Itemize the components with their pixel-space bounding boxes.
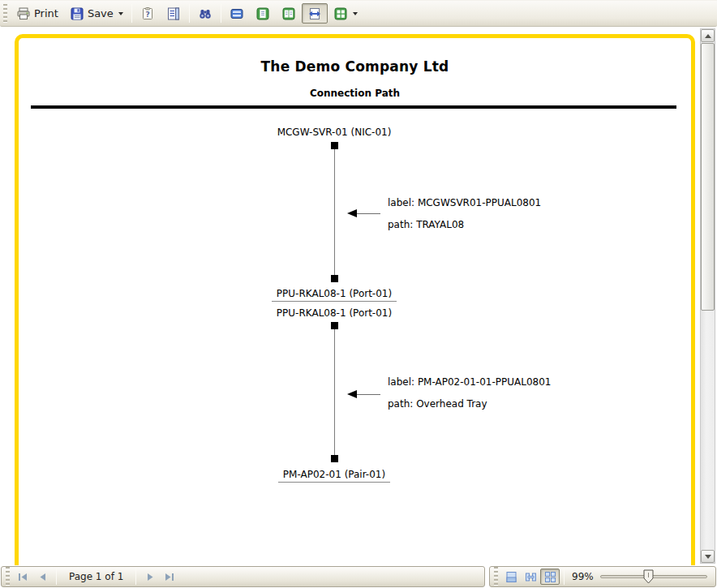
link-label: label: MCGWSVR01-PPUAL0801 — [388, 198, 541, 208]
parameters-button[interactable]: ? — [135, 3, 161, 24]
save-icon — [70, 6, 84, 21]
link-arrow — [347, 209, 380, 217]
page-width-view-icon — [525, 571, 537, 583]
toolbar-separator — [131, 4, 132, 23]
page-width-view-button[interactable] — [521, 569, 540, 585]
find-icon — [198, 6, 213, 21]
first-page-button[interactable] — [13, 569, 32, 585]
two-pages-icon — [281, 6, 296, 21]
node-label: PPU-RKAL08-1 (Port-01) — [213, 288, 456, 299]
link-path: path: Overhead Tray — [388, 399, 487, 410]
next-page-button[interactable] — [140, 569, 160, 585]
toolbar-separator — [189, 4, 190, 23]
node-marker — [331, 275, 338, 282]
arrow-up-icon — [705, 34, 711, 38]
zoom-bar: 99% — [489, 566, 716, 587]
node-marker — [331, 142, 338, 149]
first-page-icon — [18, 573, 28, 582]
connection-line — [334, 329, 335, 455]
last-page-button[interactable] — [160, 569, 179, 585]
double-rule — [31, 105, 676, 109]
toolbar-separator — [221, 4, 221, 23]
last-page-icon — [165, 573, 174, 582]
node-label: PM-AP02-01 (Pair-01) — [213, 469, 456, 480]
link-arrow — [347, 390, 380, 398]
pager-separator — [56, 569, 57, 585]
print-button[interactable]: Print — [11, 3, 64, 24]
many-pages-button[interactable] — [328, 3, 363, 24]
pager-bar: Page 1 of 1 — [1, 566, 485, 587]
zoom-slider-track[interactable] — [600, 575, 707, 578]
one-page-button[interactable] — [250, 3, 276, 24]
link-label: label: PM-AP02-01-01-PPUAL0801 — [388, 377, 551, 388]
toolbar-grip[interactable] — [3, 4, 7, 24]
printer-icon — [16, 6, 31, 21]
parameters-glyph: ? — [145, 11, 149, 19]
one-page-icon — [255, 6, 270, 21]
node-marker — [331, 322, 338, 329]
previous-page-button[interactable] — [32, 569, 52, 585]
page-width-button[interactable] — [302, 3, 328, 24]
arrow-left-icon — [347, 390, 357, 398]
zoom-value: 99% — [569, 571, 600, 582]
node-marker — [331, 455, 338, 462]
many-pages-view-button[interactable] — [540, 569, 560, 585]
document-map-button[interactable] — [161, 3, 187, 24]
two-pages-button[interactable] — [276, 3, 302, 24]
many-pages-dropdown-arrow-icon — [353, 12, 358, 15]
find-button[interactable] — [192, 3, 218, 24]
page-width-icon — [307, 6, 322, 21]
link-path: path: TRAYAL08 — [388, 220, 464, 230]
scroll-up-button[interactable] — [701, 29, 715, 42]
document-map-icon — [166, 6, 181, 21]
next-page-icon — [147, 573, 154, 582]
many-pages-icon — [333, 6, 348, 21]
arrow-left-icon — [347, 209, 357, 217]
report-page: The Demo Company Ltd Connection Path MCG… — [15, 34, 695, 565]
preview-area: The Demo Company Ltd Connection Path MCG… — [0, 28, 717, 565]
pager-separator — [135, 569, 136, 585]
save-button[interactable]: Save — [64, 3, 129, 24]
zoom-separator — [564, 569, 565, 585]
arrow-down-icon — [705, 555, 711, 559]
toolbar: Print Save ? — [0, 0, 717, 27]
scroll-down-button[interactable] — [701, 550, 715, 563]
previous-page-icon — [39, 573, 46, 582]
node-label: PPU-RKAL08-1 (Port-01) — [213, 307, 456, 319]
zoom-slider-thumb[interactable] — [643, 569, 654, 586]
report-subtitle: Connection Path — [19, 88, 691, 99]
print-label: Print — [34, 7, 58, 19]
page-indicator: Page 1 of 1 — [61, 571, 131, 582]
zoom-slider[interactable] — [600, 569, 707, 585]
many-pages-view-icon — [544, 571, 556, 583]
report-title: The Demo Company Ltd — [19, 58, 691, 75]
connection-line — [334, 149, 335, 275]
scrollbar-thumb[interactable] — [701, 43, 715, 311]
save-dropdown-arrow-icon — [118, 12, 123, 15]
parameters-icon: ? — [140, 6, 155, 21]
one-page-view-button[interactable] — [501, 569, 521, 585]
node-label: MCGW-SVR-01 (NIC-01) — [213, 127, 456, 138]
facing-pages-button[interactable] — [224, 3, 250, 24]
zoom-grip[interactable] — [494, 567, 498, 586]
vertical-scrollbar[interactable] — [700, 28, 715, 564]
save-label: Save — [88, 7, 114, 19]
facing-pages-icon — [230, 6, 244, 21]
one-page-view-icon — [505, 571, 517, 583]
pager-grip[interactable] — [6, 567, 10, 586]
